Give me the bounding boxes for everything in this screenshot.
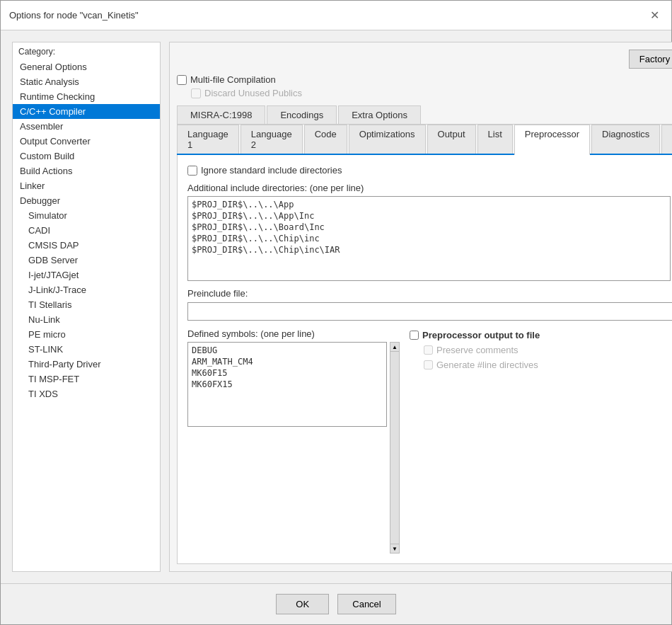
sidebar-item-linker[interactable]: Linker	[13, 178, 160, 193]
tab-diagnostics[interactable]: Diagnostics	[591, 125, 660, 154]
right-panel: Factory Settings Multi-file Compilation …	[169, 42, 672, 572]
tab-preprocessor[interactable]: Preprocessor	[514, 125, 590, 155]
sidebar-item-pe-micro[interactable]: PE micro	[13, 327, 160, 342]
tab-optimizations[interactable]: Optimizations	[349, 125, 426, 154]
sidebar-item-cadi[interactable]: CADI	[13, 223, 160, 238]
symbols-list[interactable]: DEBUG ARM_MATH_CM4 MK60F15 MK60FX15	[187, 342, 387, 427]
factory-btn-row: Factory Settings	[177, 50, 672, 69]
tab-list[interactable]: List	[477, 125, 513, 154]
sidebar-item-nu-link[interactable]: Nu-Link	[13, 312, 160, 327]
preinclude-label: Preinclude file:	[187, 288, 672, 299]
sidebar-label: Category:	[13, 42, 160, 59]
discard-unused-publics-label: Discard Unused Publics	[191, 88, 302, 98]
factory-settings-button[interactable]: Factory Settings	[629, 50, 672, 69]
sidebar-item-gdb-server[interactable]: GDB Server	[13, 253, 160, 268]
preinclude-row: …	[187, 302, 672, 321]
tab-language2[interactable]: Language 2	[241, 125, 303, 154]
sidebar-item-ti-msp-fet[interactable]: TI MSP-FET	[13, 372, 160, 386]
ok-button[interactable]: OK	[276, 594, 329, 614]
tab-encodings[interactable]: Encodings	[267, 105, 337, 124]
symbol-1: ARM_MATH_CM4	[190, 356, 384, 367]
include-dirs-section: Additional include directories: (one per…	[187, 183, 672, 281]
tabs-row2: Language 1 Language 2 Code Optimizations…	[177, 125, 672, 155]
tab-extra-options[interactable]: Extra Options	[338, 105, 421, 124]
include-dir-2: $PROJ_DIR$\..\..\Board\Inc	[190, 222, 668, 233]
generate-directives-row: Generate #line directives	[410, 360, 672, 370]
sidebar-item-simulator[interactable]: Simulator	[13, 208, 160, 223]
symbols-scrollbar: ▲ ▼	[390, 342, 400, 554]
sidebar-item-cmsis-dap[interactable]: CMSIS DAP	[13, 238, 160, 253]
include-dirs-label: Additional include directories: (one per…	[187, 183, 672, 193]
tabs-row1: MISRA-C:1998 Encodings Extra Options	[177, 105, 672, 125]
dialog-title: Options for node "vcan_Kinetis"	[9, 10, 139, 21]
ignore-row: Ignore standard include directories	[187, 165, 672, 176]
sidebar: Category: General Options Static Analysi…	[12, 42, 161, 572]
include-dir-4: $PROJ_DIR$\..\..\Chip\inc\IAR	[190, 244, 668, 256]
generate-directives-checkbox	[424, 360, 433, 369]
preinclude-input[interactable]	[187, 302, 672, 321]
sidebar-list: General Options Static Analysis Runtime …	[13, 59, 160, 401]
tab-misra-c-1998[interactable]: MISRA-C:1998	[177, 105, 265, 124]
discard-row: Discard Unused Publics	[177, 88, 672, 98]
multifile-compilation-checkbox[interactable]	[177, 75, 187, 85]
sidebar-item-i-jet[interactable]: I-jet/JTAGjet	[13, 268, 160, 282]
symbols-scroll-down[interactable]: ▼	[390, 544, 400, 554]
symbols-scroll-up[interactable]: ▲	[390, 342, 400, 352]
sidebar-item-ti-xds[interactable]: TI XDS	[13, 386, 160, 401]
ignore-std-include-label[interactable]: Ignore standard include directories	[187, 165, 342, 176]
preserve-comments-text: Preserve comments	[436, 345, 519, 355]
symbol-0: DEBUG	[190, 345, 384, 356]
preserve-comments-row: Preserve comments	[410, 345, 672, 355]
title-bar: Options for node "vcan_Kinetis" ✕	[1, 1, 671, 30]
sidebar-item-assembler[interactable]: Assembler	[13, 119, 160, 134]
tab-output[interactable]: Output	[427, 125, 476, 154]
sidebar-item-runtime-checking[interactable]: Runtime Checking	[13, 89, 160, 104]
sidebar-item-debugger[interactable]: Debugger	[13, 193, 160, 208]
symbol-3: MK60FX15	[190, 379, 384, 390]
cancel-button[interactable]: Cancel	[337, 594, 395, 614]
dialog: Options for node "vcan_Kinetis" ✕ Catego…	[0, 0, 672, 625]
close-button[interactable]: ✕	[646, 7, 663, 24]
multifile-compilation-text: Multi-file Compilation	[190, 74, 276, 85]
sidebar-item-custom-build[interactable]: Custom Build	[13, 149, 160, 164]
symbols-list-container: DEBUG ARM_MATH_CM4 MK60F15 MK60FX15 ▲ ▼	[187, 342, 400, 554]
include-dirs-container: $PROJ_DIR$\..\..\App $PROJ_DIR$\..\..\Ap…	[187, 196, 672, 281]
bottom-panels: Defined symbols: (one per line) DEBUG AR…	[187, 328, 672, 554]
symbol-2: MK60F15	[190, 367, 384, 379]
include-dirs-box[interactable]: $PROJ_DIR$\..\..\App $PROJ_DIR$\..\..\Ap…	[187, 196, 671, 281]
preserve-comments-checkbox	[424, 345, 433, 355]
sidebar-item-general-options[interactable]: General Options	[13, 59, 160, 74]
tab-language1[interactable]: Language 1	[177, 125, 239, 154]
symbols-scroll-track	[390, 352, 400, 544]
preprocessor-output-section: Preprocessor output to file Preserve com…	[410, 328, 672, 554]
preprocessor-output-label[interactable]: Preprocessor output to file	[410, 330, 672, 340]
tab-code[interactable]: Code	[304, 125, 347, 154]
preinclude-section: Preinclude file: …	[187, 288, 672, 321]
generate-directives-text: Generate #line directives	[436, 360, 538, 370]
defined-symbols-section: Defined symbols: (one per line) DEBUG AR…	[187, 328, 400, 554]
include-dir-3: $PROJ_DIR$\..\..\Chip\inc	[190, 233, 668, 244]
discard-unused-publics-checkbox	[191, 88, 201, 98]
dialog-footer: OK Cancel	[1, 583, 671, 624]
ignore-std-include-text: Ignore standard include directories	[201, 165, 342, 176]
sidebar-item-st-link[interactable]: ST-LINK	[13, 342, 160, 357]
tab-misra-c-2004[interactable]: MISRA-C:2004	[661, 125, 672, 154]
sidebar-item-third-party[interactable]: Third-Party Driver	[13, 357, 160, 372]
discard-unused-publics-text: Discard Unused Publics	[204, 88, 302, 98]
main-content: Category: General Options Static Analysi…	[1, 30, 671, 583]
sidebar-item-ti-stellaris[interactable]: TI Stellaris	[13, 297, 160, 312]
defined-symbols-label: Defined symbols: (one per line)	[187, 328, 400, 339]
preprocessor-output-text: Preprocessor output to file	[422, 330, 540, 340]
panel-content: Ignore standard include directories Addi…	[177, 155, 672, 564]
include-dir-0: $PROJ_DIR$\..\..\App	[190, 199, 668, 210]
ignore-std-include-checkbox[interactable]	[187, 166, 197, 176]
sidebar-item-cpp-compiler[interactable]: C/C++ Compiler	[13, 104, 160, 119]
multifile-row: Multi-file Compilation	[177, 74, 672, 85]
preprocessor-output-checkbox[interactable]	[410, 331, 419, 340]
sidebar-item-build-actions[interactable]: Build Actions	[13, 164, 160, 178]
sidebar-item-static-analysis[interactable]: Static Analysis	[13, 74, 160, 89]
sidebar-item-output-converter[interactable]: Output Converter	[13, 134, 160, 149]
include-dir-1: $PROJ_DIR$\..\..\App\Inc	[190, 210, 668, 222]
multifile-compilation-label[interactable]: Multi-file Compilation	[177, 74, 276, 85]
sidebar-item-j-link[interactable]: J-Link/J-Trace	[13, 282, 160, 297]
